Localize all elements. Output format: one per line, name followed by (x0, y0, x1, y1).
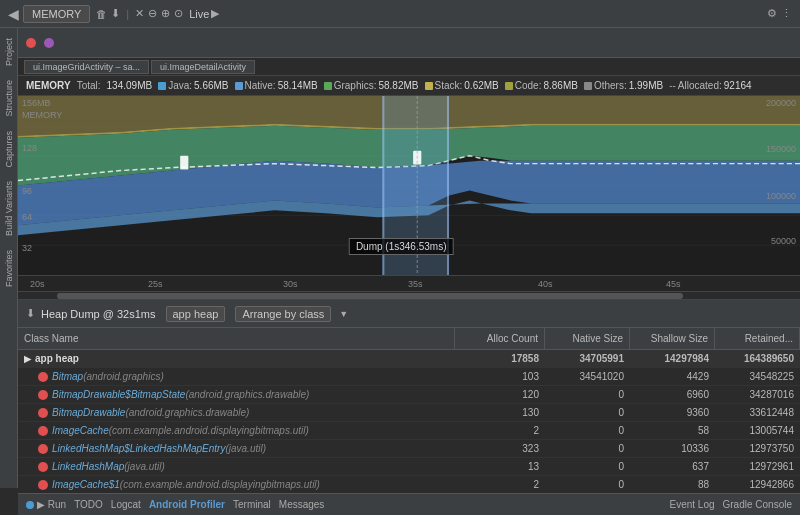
class-name-cell: LinkedHashMap (java.util) (18, 458, 455, 475)
header-alloc: 17858 (455, 350, 545, 367)
native-cell: 0 (545, 422, 630, 439)
separator: | (126, 8, 129, 20)
sidebar-tab-structure[interactable]: Structure (2, 74, 16, 123)
y-label-50000: 50000 (771, 236, 796, 246)
back-button[interactable]: ◀ (8, 6, 19, 22)
status-gradle[interactable]: Gradle Console (723, 499, 792, 510)
status-event-log[interactable]: Event Log (669, 499, 714, 510)
svg-rect-10 (382, 96, 449, 275)
alloc-cell: 323 (455, 440, 545, 457)
app-heap-cell: ▶ app heap (18, 350, 455, 367)
native-cell: 0 (545, 404, 630, 421)
activity-grid[interactable]: ui.ImageGridActivity – sa... (24, 60, 149, 74)
th-alloc-count[interactable]: Alloc Count (455, 328, 545, 349)
native-cell: 0 (545, 386, 630, 403)
table-row[interactable]: BitmapDrawable (android.graphics.drawabl… (18, 404, 800, 422)
circle-button[interactable]: ⊙ (174, 7, 183, 20)
play-button[interactable]: ▶ (211, 7, 219, 20)
heap-toolbar: ⬇ Heap Dump @ 32s1ms app heap Arrange by… (18, 300, 800, 328)
retained-cell: 34548225 (715, 368, 800, 385)
native-legend: Native: 58.14MB (235, 80, 318, 91)
x-label-25s: 25s (148, 279, 163, 289)
sidebar-tab-favorites[interactable]: Favorites (2, 244, 16, 293)
grid-128: 128 (22, 143, 37, 153)
memory-legend: MEMORY Total: 134.09MB Java: 5.66MB Nati… (18, 76, 800, 96)
settings-icon[interactable]: ⚙ (767, 7, 777, 20)
native-cell: 34541020 (545, 368, 630, 385)
table-header: Class Name Alloc Count Native Size Shall… (18, 328, 800, 350)
class-name-cell: ImageCache$1 (com.example.android.displa… (18, 476, 455, 493)
status-run[interactable]: ▶ Run (26, 499, 66, 510)
table-row[interactable]: BitmapDrawable$BitmapState (android.grap… (18, 386, 800, 404)
retained-cell: 33612448 (715, 404, 800, 421)
delete-icon[interactable]: 🗑 (96, 8, 107, 20)
heap-icon: ⬇ (26, 307, 35, 320)
svg-rect-12 (447, 96, 449, 275)
th-class-name[interactable]: Class Name (18, 328, 455, 349)
alloc-cell: 130 (455, 404, 545, 421)
arrange-dropdown[interactable]: Arrange by class (235, 306, 331, 322)
memory-dropdown[interactable]: MEMORY (23, 5, 90, 23)
table-row-header[interactable]: ▶ app heap 17858 34705991 14297984 16438… (18, 350, 800, 368)
header-retained: 164389650 (715, 350, 800, 367)
header-shallow: 14297984 (630, 350, 715, 367)
status-profiler[interactable]: Android Profiler (149, 499, 225, 510)
th-retained-size[interactable]: Retained... (715, 328, 800, 349)
th-shallow-size[interactable]: Shallow Size (630, 328, 715, 349)
shallow-cell: 6960 (630, 386, 715, 403)
minus-button[interactable]: ⊖ (148, 7, 157, 20)
close-button[interactable]: ✕ (135, 7, 144, 20)
chart-area[interactable]: 200000 150000 100000 50000 156MB MEMORY … (18, 96, 800, 276)
scrollbar-thumb[interactable] (57, 293, 683, 299)
sidebar-tab-captures[interactable]: Captures (2, 125, 16, 174)
stack-legend: Stack: 0.62MB (425, 80, 499, 91)
status-todo[interactable]: TODO (74, 499, 103, 510)
activity-detail[interactable]: ui.ImageDetailActivity (151, 60, 255, 74)
main-content: ui.ImageGridActivity – sa... ui.ImageDet… (18, 28, 800, 515)
arrange-chevron[interactable]: ▼ (339, 309, 348, 319)
sidebar-tab-build[interactable]: Build Variants (2, 175, 16, 242)
alloc-cell: 120 (455, 386, 545, 403)
th-native-size[interactable]: Native Size (545, 328, 630, 349)
download-icon[interactable]: ⬇ (111, 7, 120, 20)
shallow-cell: 637 (630, 458, 715, 475)
chart-scrollbar[interactable] (18, 292, 800, 300)
native-cell: 0 (545, 458, 630, 475)
x-label-35s: 35s (408, 279, 423, 289)
sidebar-tab-project[interactable]: Project (2, 32, 16, 72)
plus-button[interactable]: ⊕ (161, 7, 170, 20)
memory-chart[interactable] (18, 96, 800, 275)
table-row[interactable]: LinkedHashMap$LinkedHashMapEntry (java.u… (18, 440, 800, 458)
status-messages[interactable]: Messages (279, 499, 325, 510)
table-row[interactable]: ImageCache$1 (com.example.android.displa… (18, 476, 800, 494)
shallow-cell: 9360 (630, 404, 715, 421)
x-label-20s: 20s (30, 279, 45, 289)
alloc-cell: 13 (455, 458, 545, 475)
grid-64: 64 (22, 212, 32, 222)
table-body[interactable]: ▶ app heap 17858 34705991 14297984 16438… (18, 350, 800, 515)
shallow-cell: 88 (630, 476, 715, 493)
grid-96: 96 (22, 186, 32, 196)
y-label-150000: 150000 (766, 144, 796, 154)
y-label-200000: 200000 (766, 98, 796, 108)
status-logcat[interactable]: Logcat (111, 499, 141, 510)
heap-dump-label: Heap Dump @ 32s1ms (41, 308, 156, 320)
more-icon[interactable]: ⋮ (781, 7, 792, 20)
shallow-cell: 4429 (630, 368, 715, 385)
x-axis: 20s 25s 30s 35s 40s 45s (18, 276, 800, 292)
header-native: 34705991 (545, 350, 630, 367)
alloc-cell: 2 (455, 476, 545, 493)
app-heap-dropdown[interactable]: app heap (166, 306, 226, 322)
class-name-cell: ImageCache (com.example.android.displayi… (18, 422, 455, 439)
table-row[interactable]: Bitmap (android.graphics)103345410204429… (18, 368, 800, 386)
grid-32: 32 (22, 243, 32, 253)
circle-red (26, 38, 36, 48)
retained-cell: 12942866 (715, 476, 800, 493)
table-row[interactable]: LinkedHashMap (java.util)13063712972961 (18, 458, 800, 476)
svg-rect-13 (180, 156, 188, 170)
x-label-45s: 45s (666, 279, 681, 289)
retained-cell: 13005744 (715, 422, 800, 439)
status-terminal[interactable]: Terminal (233, 499, 271, 510)
class-name-cell: LinkedHashMap$LinkedHashMapEntry (java.u… (18, 440, 455, 457)
table-row[interactable]: ImageCache (com.example.android.displayi… (18, 422, 800, 440)
